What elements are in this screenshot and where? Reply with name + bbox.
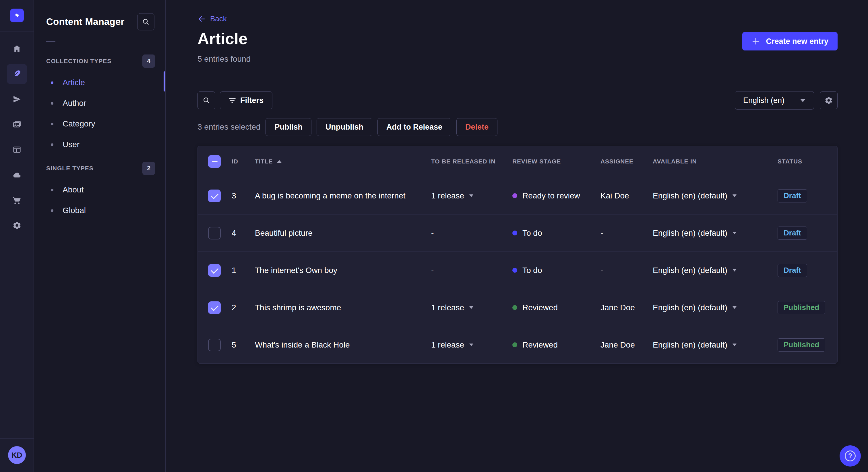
sidebar-item-author[interactable]: Author — [34, 93, 165, 113]
row-locale-dropdown[interactable]: English (en) (default) — [653, 303, 778, 312]
stage-label: To do — [522, 266, 542, 275]
column-header-to-be-released-in[interactable]: TO BE RELEASED IN — [431, 158, 513, 165]
locale-value: English (en) (default) — [653, 229, 727, 238]
bullet-icon — [51, 143, 53, 146]
strapi-logo-icon — [12, 11, 21, 20]
row-title: The internet's Own boy — [255, 266, 431, 275]
column-label: AVAILABLE IN — [653, 158, 696, 165]
subnav-sections: COLLECTION TYPES 4 Article Author Catego… — [34, 55, 165, 221]
table-row[interactable]: 1 The internet's Own boy - To do - Engli… — [198, 251, 837, 289]
sort-ascending-icon — [277, 160, 282, 163]
bullet-icon — [51, 209, 53, 212]
sidebar-item-label: Category — [63, 119, 95, 129]
bullet-icon — [51, 81, 53, 84]
gear-icon — [825, 96, 833, 105]
home-icon[interactable] — [7, 39, 27, 59]
filters-button[interactable]: Filters — [220, 92, 272, 109]
chevron-down-icon — [800, 99, 806, 102]
sidebar-item-about[interactable]: About — [34, 179, 165, 200]
row-checkbox[interactable] — [208, 339, 221, 351]
strapi-logo[interactable] — [10, 9, 24, 22]
publish-button[interactable]: Publish — [266, 118, 311, 136]
deploy-cloud-icon[interactable] — [7, 165, 27, 185]
locale-select[interactable]: English (en) — [735, 91, 814, 109]
table-row[interactable]: 5 What's inside a Black Hole 1 release R… — [198, 326, 837, 363]
selection-actions: PublishUnpublishAdd to ReleaseDelete — [266, 118, 497, 136]
row-locale-dropdown[interactable]: English (en) (default) — [653, 266, 778, 275]
arrow-left-icon — [197, 14, 206, 23]
page-title: Article — [197, 29, 247, 48]
stage-dot-icon — [513, 193, 517, 198]
rail-nav — [7, 39, 27, 241]
row-checkbox[interactable] — [208, 301, 221, 314]
table-row[interactable]: 3 A bug is becoming a meme on the intern… — [198, 177, 837, 214]
media-library-icon[interactable] — [7, 114, 27, 134]
column-header-available-in[interactable]: AVAILABLE IN — [653, 158, 778, 165]
status-badge: Draft — [778, 189, 807, 202]
row-checkbox-cell — [208, 301, 231, 314]
rail-bottom: KD — [0, 438, 34, 472]
row-title: A bug is becoming a meme on the internet — [255, 191, 431, 200]
select-all-checkbox[interactable] — [208, 155, 221, 168]
sidebar-item-user[interactable]: User — [34, 134, 165, 155]
list-search-button[interactable] — [197, 92, 215, 109]
view-settings-button[interactable] — [820, 92, 838, 109]
sidebar-item-category[interactable]: Category — [34, 113, 165, 134]
user-avatar[interactable]: KD — [8, 446, 26, 464]
column-header-status[interactable]: STATUS — [778, 158, 837, 165]
section-count-badge: 4 — [143, 55, 155, 68]
content-manager-subnav: Content Manager COLLECTION TYPES 4 Artic… — [34, 0, 166, 472]
column-header-review-stage[interactable]: REVIEW STAGE — [513, 158, 600, 165]
selection-count: 3 entries selected — [197, 123, 260, 132]
settings-gear-icon[interactable] — [7, 215, 27, 235]
row-id: 5 — [231, 340, 255, 349]
row-checkbox-cell — [208, 264, 231, 277]
table-row[interactable]: 4 Beautiful picture - To do - English (e… — [198, 214, 837, 251]
column-header-title[interactable]: TITLE — [255, 158, 431, 165]
row-checkbox[interactable] — [208, 190, 221, 202]
content-type-builder-icon[interactable] — [7, 140, 27, 160]
status-badge: Published — [778, 338, 825, 351]
header-checkbox-cell — [208, 155, 231, 168]
marketplace-cart-icon[interactable] — [7, 190, 27, 210]
content-manager-feather-icon[interactable] — [7, 64, 27, 84]
delete-button[interactable]: Delete — [456, 118, 497, 136]
row-review-stage: Reviewed — [513, 340, 600, 349]
row-assignee: Jane Doe — [600, 303, 653, 312]
subnav-search-button[interactable] — [137, 13, 154, 30]
row-release-dropdown[interactable]: 1 release — [431, 303, 513, 312]
column-header-id[interactable]: ID — [231, 158, 255, 165]
row-locale-dropdown[interactable]: English (en) (default) — [653, 229, 778, 238]
row-checkbox[interactable] — [208, 264, 221, 277]
table-row[interactable]: 2 This shrimp is awesome 1 release Revie… — [198, 289, 837, 326]
section-label: SINGLE TYPES — [46, 165, 94, 172]
releases-send-icon[interactable] — [7, 89, 27, 109]
chevron-down-icon — [469, 343, 473, 346]
add-to-release-button[interactable]: Add to Release — [377, 118, 451, 136]
create-new-entry-button[interactable]: Create new entry — [742, 32, 838, 50]
row-locale-dropdown[interactable]: English (en) (default) — [653, 340, 778, 349]
sidebar-item-global[interactable]: Global — [34, 200, 165, 221]
row-checkbox-cell — [208, 190, 231, 202]
stage-dot-icon — [513, 342, 517, 347]
column-header-assignee[interactable]: ASSIGNEE — [600, 158, 653, 165]
unpublish-button[interactable]: Unpublish — [317, 118, 372, 136]
filter-icon — [229, 98, 236, 103]
sidebar-item-article[interactable]: Article — [34, 72, 165, 93]
help-button[interactable]: ? — [840, 445, 861, 467]
row-release-dropdown[interactable]: 1 release — [431, 191, 513, 200]
row-assignee: - — [600, 229, 653, 238]
bullet-icon — [51, 123, 53, 125]
row-release-dropdown[interactable]: 1 release — [431, 340, 513, 349]
row-checkbox[interactable] — [208, 227, 221, 239]
back-link[interactable]: Back — [197, 14, 227, 23]
sidebar-item-label: Article — [63, 78, 85, 87]
row-release-dropdown[interactable]: - — [431, 229, 513, 238]
row-checkbox-cell — [208, 227, 231, 239]
row-checkbox-cell — [208, 339, 231, 351]
row-locale-dropdown[interactable]: English (en) (default) — [653, 191, 778, 200]
sidebar-item-label: About — [63, 185, 84, 194]
row-id: 3 — [231, 191, 255, 200]
row-release-dropdown[interactable]: - — [431, 266, 513, 275]
table-header-row: IDTITLETO BE RELEASED INREVIEW STAGEASSI… — [198, 146, 837, 177]
